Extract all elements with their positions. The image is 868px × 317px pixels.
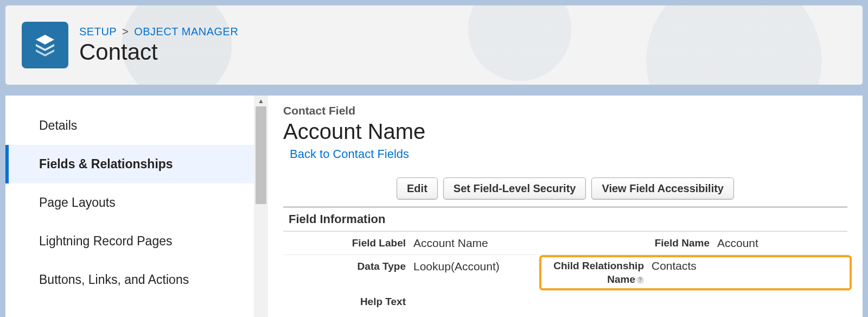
main-content: Contact Field Account Name Back to Conta… bbox=[268, 96, 863, 317]
page-title: Contact bbox=[79, 39, 238, 65]
sidebar-item-lightning-record-pages[interactable]: Lightning Record Pages bbox=[5, 222, 254, 261]
edit-button[interactable]: Edit bbox=[397, 177, 438, 200]
sidebar-item-details[interactable]: Details bbox=[5, 106, 254, 145]
object-icon bbox=[22, 22, 68, 68]
breadcrumb: SETUP > OBJECT MANAGER bbox=[79, 26, 238, 38]
view-field-accessibility-button[interactable]: View Field Accessibility bbox=[591, 177, 734, 200]
child-relationship-name-value: Contacts bbox=[652, 259, 697, 272]
child-relationship-highlight: Child Relationship Name? Contacts bbox=[539, 255, 852, 290]
sidebar-item-buttons-links-actions[interactable]: Buttons, Links, and Actions bbox=[5, 261, 254, 299]
section-label: Contact Field bbox=[283, 104, 847, 117]
scrollbar-up-icon[interactable]: ▲ bbox=[254, 96, 268, 106]
scrollbar-thumb[interactable] bbox=[256, 106, 266, 204]
breadcrumb-setup[interactable]: SETUP bbox=[79, 26, 117, 37]
help-text-label: Help Text bbox=[283, 290, 413, 313]
field-name-label: Field Name bbox=[544, 232, 717, 255]
action-button-row: Edit Set Field-Level Security View Field… bbox=[283, 177, 847, 206]
field-information-header: Field Information bbox=[283, 208, 847, 232]
field-title: Account Name bbox=[283, 119, 847, 144]
breadcrumb-object-manager[interactable]: OBJECT MANAGER bbox=[134, 26, 238, 37]
sidebar: Details Fields & Relationships Page Layo… bbox=[5, 96, 268, 317]
sidebar-scrollbar[interactable]: ▲ bbox=[254, 96, 268, 317]
set-field-level-security-button[interactable]: Set Field-Level Security bbox=[443, 177, 586, 200]
layers-icon bbox=[31, 31, 59, 59]
field-label-label: Field Label bbox=[283, 232, 413, 255]
child-relationship-name-label: Child Relationship Name? bbox=[546, 259, 652, 286]
field-name-value: Account bbox=[717, 232, 847, 255]
page-header: SETUP > OBJECT MANAGER Contact bbox=[5, 5, 863, 85]
sidebar-item-fields-relationships[interactable]: Fields & Relationships bbox=[5, 145, 254, 183]
help-text-value bbox=[413, 290, 544, 300]
field-label-value: Account Name bbox=[413, 232, 544, 255]
field-info-grid: Field Label Account Name Field Name Acco… bbox=[283, 232, 847, 313]
help-icon[interactable]: ? bbox=[636, 276, 644, 284]
breadcrumb-separator: > bbox=[122, 26, 129, 37]
back-link[interactable]: Back to Contact Fields bbox=[290, 147, 409, 161]
data-type-value: Lookup(Account) bbox=[413, 255, 544, 278]
data-type-label: Data Type bbox=[283, 255, 413, 278]
sidebar-item-page-layouts[interactable]: Page Layouts bbox=[5, 183, 254, 222]
